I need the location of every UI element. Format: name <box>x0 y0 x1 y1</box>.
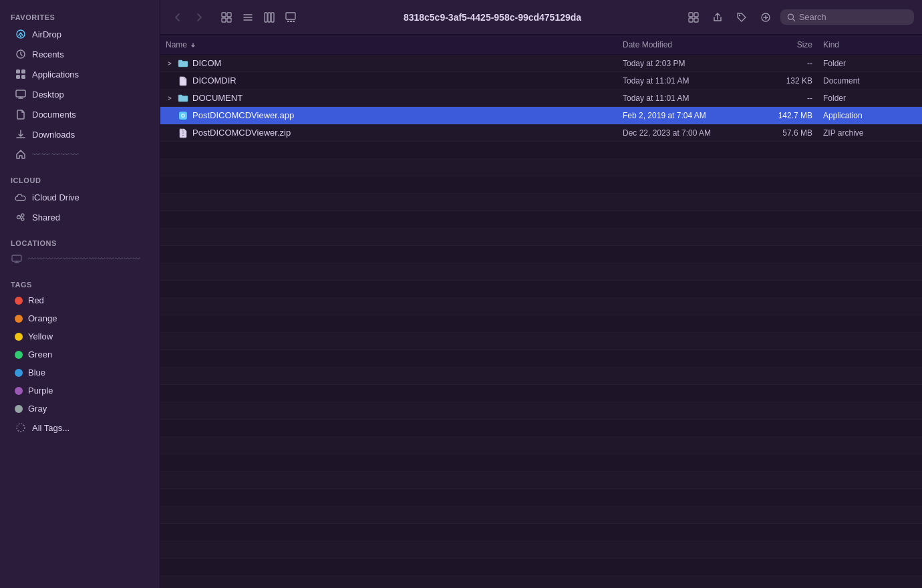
file-modified-cell: Feb 2, 2019 at 7:04 AM <box>623 111 756 120</box>
orange-tag-dot <box>15 315 23 323</box>
svg-rect-25 <box>694 13 698 17</box>
applications-icon <box>15 68 27 80</box>
sidebar-item-recents[interactable]: Recents <box>4 45 156 63</box>
sidebar-item-label: All Tags... <box>32 423 69 433</box>
monitor-icon <box>11 253 23 265</box>
svg-rect-6 <box>21 75 25 79</box>
forward-button[interactable] <box>190 8 208 27</box>
icloud-icon <box>15 191 27 203</box>
empty-cell <box>166 162 623 172</box>
sidebar-item-location[interactable]: 〰〰〰〰〰〰〰〰〰〰〰〰〰 <box>0 250 160 269</box>
sidebar-item-blue[interactable]: Blue <box>4 364 156 381</box>
table-row[interactable]: DOCUMENT Today at 11:01 AM -- Folder <box>160 90 922 107</box>
empty-row <box>160 229 922 246</box>
svg-point-1 <box>20 35 21 37</box>
svg-rect-14 <box>227 13 231 17</box>
empty-cell <box>166 145 623 155</box>
file-size-cell: 57.6 MB <box>756 128 823 138</box>
sidebar-item-red[interactable]: Red <box>4 292 156 309</box>
table-row[interactable]: DICOMDIR Today at 11:01 AM 132 KB Docume… <box>160 72 922 90</box>
svg-rect-24 <box>689 13 693 17</box>
empty-row <box>160 489 922 506</box>
sidebar-item-yellow[interactable]: Yellow <box>4 328 156 345</box>
file-kind-cell: ZIP archive <box>823 128 917 138</box>
disclosure-arrow[interactable] <box>166 59 174 67</box>
empty-cell <box>166 336 623 346</box>
file-icon <box>178 76 188 86</box>
sidebar-item-gray[interactable]: Gray <box>4 400 156 417</box>
search-box[interactable] <box>780 9 914 25</box>
file-modified-cell: Today at 11:01 AM <box>623 76 756 86</box>
file-name-label: PostDICOMCDViewer.zip <box>192 128 291 138</box>
col-header-modified[interactable]: Date Modified <box>623 40 756 49</box>
empty-row <box>160 350 922 368</box>
svg-rect-19 <box>271 13 274 22</box>
empty-cell <box>166 545 623 555</box>
more-button[interactable] <box>756 8 775 27</box>
sidebar-item-label: iCloud Drive <box>32 192 80 202</box>
nav-buttons <box>168 8 208 27</box>
sidebar-item-label: Orange <box>28 313 57 323</box>
empty-cell <box>166 510 623 520</box>
column-view-button[interactable] <box>259 8 279 27</box>
all-tags-icon <box>15 422 27 434</box>
empty-cell <box>166 562 623 572</box>
sidebar-item-all-tags[interactable]: All Tags... <box>4 418 156 437</box>
file-size-cell: -- <box>756 94 823 103</box>
file-name-label: PostDICOMCDViewer.app <box>192 110 294 120</box>
empty-cell <box>166 319 623 329</box>
empty-cell <box>166 232 623 242</box>
icon-view-button[interactable] <box>216 8 237 27</box>
table-row[interactable]: PostDICOMCDViewer.app Feb 2, 2019 at 7:0… <box>160 107 922 124</box>
sidebar-item-purple[interactable]: Purple <box>4 382 156 399</box>
grid-action-button[interactable] <box>684 8 703 27</box>
sidebar-item-icloud-drive[interactable]: iCloud Drive <box>4 188 156 206</box>
sidebar-item-label: Gray <box>28 404 47 414</box>
svg-rect-26 <box>689 18 693 22</box>
sidebar-item-desktop[interactable]: Desktop <box>4 85 156 104</box>
svg-point-30 <box>788 14 793 19</box>
empty-row <box>160 420 922 437</box>
back-button[interactable] <box>168 8 187 27</box>
empty-row <box>160 315 922 333</box>
empty-row <box>160 263 922 281</box>
share-button[interactable] <box>708 8 727 27</box>
empty-cell <box>166 180 623 190</box>
sidebar-item-downloads[interactable]: Downloads <box>4 125 156 144</box>
svg-rect-20 <box>286 13 295 19</box>
sidebar-item-label: Yellow <box>28 331 53 341</box>
col-header-name[interactable]: Name <box>166 40 623 49</box>
sidebar-item-applications[interactable]: Applications <box>4 65 156 84</box>
col-header-kind[interactable]: Kind <box>823 40 917 49</box>
svg-rect-34 <box>182 132 184 133</box>
svg-rect-16 <box>227 18 231 22</box>
tag-button[interactable] <box>732 8 751 27</box>
empty-cell <box>166 371 623 381</box>
sidebar-item-shared[interactable]: Shared <box>4 208 156 227</box>
table-row[interactable]: DICOM Today at 2:03 PM -- Folder <box>160 55 922 72</box>
sidebar-item-label: Applications <box>32 69 79 80</box>
sidebar-item-documents[interactable]: Documents <box>4 105 156 124</box>
empty-cell <box>166 492 623 502</box>
gallery-view-button[interactable] <box>281 8 301 27</box>
empty-cell <box>166 353 623 363</box>
purple-tag-dot <box>15 387 23 395</box>
col-header-size[interactable]: Size <box>756 40 823 49</box>
sidebar-item-green[interactable]: Green <box>4 346 156 363</box>
downloads-icon <box>15 128 27 140</box>
sidebar-item-airdrop[interactable]: AirDrop <box>4 25 156 43</box>
file-icon <box>178 93 188 104</box>
search-input[interactable] <box>799 12 907 22</box>
empty-row <box>160 176 922 194</box>
table-row[interactable]: PostDICOMCDViewer.zip Dec 22, 2023 at 7:… <box>160 124 922 142</box>
disclosure-arrow[interactable] <box>166 94 174 102</box>
svg-rect-18 <box>268 13 271 22</box>
file-name-cell: DOCUMENT <box>166 93 623 104</box>
empty-cell <box>166 423 623 433</box>
svg-rect-4 <box>21 69 25 74</box>
sidebar-item-home[interactable]: 〰〰〰〰〰 <box>4 145 156 164</box>
list-view-button[interactable] <box>238 8 258 27</box>
empty-row <box>160 506 922 524</box>
sidebar-item-orange[interactable]: Orange <box>4 310 156 327</box>
toolbar: 8318c5c9-3af5-4425-958c-99cd475129da <box>160 0 922 35</box>
